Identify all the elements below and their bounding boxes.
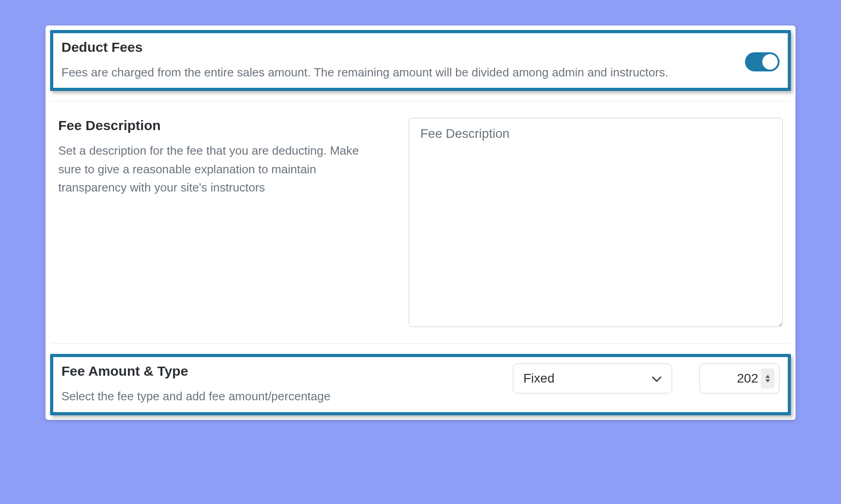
- divider: [52, 343, 789, 344]
- fee-description-desc: Set a description for the fee that you a…: [58, 141, 377, 197]
- fee-description-title: Fee Description: [58, 118, 377, 133]
- fee-amount-desc: Select the fee type and add fee amount/p…: [61, 387, 495, 405]
- deduct-fees-desc: Fees are charged from the entire sales a…: [61, 63, 727, 81]
- fee-description-section: Fee Description Set a description for th…: [50, 111, 791, 333]
- fee-type-select[interactable]: Fixed: [513, 363, 672, 393]
- deduct-fees-title: Deduct Fees: [61, 40, 727, 55]
- deduct-fees-text: Deduct Fees Fees are charged from the en…: [61, 40, 727, 81]
- deduct-fees-toggle[interactable]: [745, 52, 780, 71]
- toggle-knob: [762, 54, 778, 70]
- fee-description-input[interactable]: [409, 118, 783, 327]
- settings-card: Deduct Fees Fees are charged from the en…: [46, 25, 795, 420]
- chevron-up-icon: [765, 375, 770, 378]
- fee-amount-input[interactable]: [706, 371, 758, 386]
- fee-amount-title: Fee Amount & Type: [61, 363, 495, 379]
- fee-amount-text: Fee Amount & Type Select the fee type an…: [61, 363, 495, 405]
- deduct-fees-section: Deduct Fees Fees are charged from the en…: [50, 30, 791, 91]
- chevron-down-icon: [765, 379, 770, 383]
- fee-amount-input-wrap: [699, 363, 780, 393]
- fee-amount-controls: Fixed: [513, 363, 780, 393]
- fee-type-value: Fixed: [523, 371, 554, 386]
- chevron-down-icon: [652, 371, 662, 386]
- divider: [52, 101, 789, 101]
- fee-amount-section: Fee Amount & Type Select the fee type an…: [50, 354, 791, 415]
- fee-description-text: Fee Description Set a description for th…: [58, 118, 377, 197]
- fee-amount-stepper[interactable]: [761, 368, 775, 388]
